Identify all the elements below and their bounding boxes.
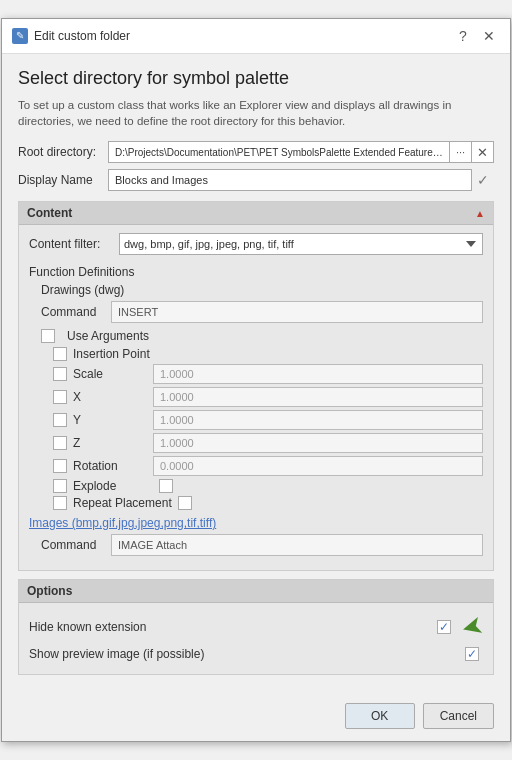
root-dir-label: Root directory: [18, 145, 108, 159]
root-dir-row: Root directory: ··· ✕ [18, 141, 494, 163]
repeat-placement-value-checkbox[interactable] [178, 496, 192, 510]
content-section-header: Content ▲ [19, 202, 493, 225]
hide-ext-check-mark: ✓ [439, 620, 449, 634]
display-name-label: Display Name [18, 173, 108, 187]
arg-row-y: Y [53, 410, 483, 430]
options-section-header: Options [19, 580, 493, 603]
rotation-input[interactable] [153, 456, 483, 476]
show-preview-label: Show preview image (if possible) [29, 647, 465, 661]
use-args-row: Use Arguments [41, 329, 483, 343]
rotation-label: Rotation [73, 459, 153, 473]
dialog-title: Edit custom folder [34, 29, 130, 43]
y-label: Y [73, 413, 153, 427]
insertion-point-label: Insertion Point [73, 347, 153, 361]
command-label: Command [41, 305, 111, 319]
scale-input[interactable] [153, 364, 483, 384]
title-bar: ✎ Edit custom folder ? ✕ [2, 19, 510, 54]
arg-row-explode: Explode [53, 479, 483, 493]
dialog-footer: OK Cancel [2, 695, 510, 741]
show-preview-row: Show preview image (if possible) ✓ [29, 647, 483, 661]
display-name-row: Display Name ✓ [18, 169, 494, 191]
content-section-body: Content filter: dwg, bmp, gif, jpg, jpeg… [19, 225, 493, 570]
green-arrow-icon: ➤ [457, 609, 486, 645]
root-dir-clear-button[interactable]: ✕ [472, 141, 494, 163]
command-row: Command [41, 301, 483, 323]
arg-row-insertion-point: Insertion Point [53, 347, 483, 361]
ok-button[interactable]: OK [345, 703, 415, 729]
filter-row: Content filter: dwg, bmp, gif, jpg, jpeg… [29, 233, 483, 255]
use-args-checkbox[interactable] [41, 329, 55, 343]
content-section-label: Content [27, 206, 72, 220]
dialog-body: Select directory for symbol palette To s… [2, 54, 510, 695]
explode-checkbox[interactable] [53, 479, 67, 493]
explode-value-checkbox[interactable] [159, 479, 173, 493]
x-input[interactable] [153, 387, 483, 407]
arg-row-x: X [53, 387, 483, 407]
images-command-label: Command [41, 538, 111, 552]
x-label: X [73, 390, 153, 404]
dialog-heading: Select directory for symbol palette [18, 68, 494, 89]
dialog-icon: ✎ [12, 28, 28, 44]
cancel-button[interactable]: Cancel [423, 703, 494, 729]
z-checkbox[interactable] [53, 436, 67, 450]
rotation-checkbox[interactable] [53, 459, 67, 473]
x-checkbox[interactable] [53, 390, 67, 404]
hide-ext-checkbox[interactable]: ✓ [437, 620, 451, 634]
insertion-point-checkbox[interactable] [53, 347, 67, 361]
content-section: Content ▲ Content filter: dwg, bmp, gif,… [18, 201, 494, 571]
args-table: Insertion Point Scale X [53, 347, 483, 510]
images-command-row: Command [41, 534, 483, 556]
filter-label: Content filter: [29, 237, 119, 251]
func-def-label: Function Definitions [29, 265, 483, 279]
dialog: ✎ Edit custom folder ? ✕ Select director… [1, 18, 511, 742]
scale-checkbox[interactable] [53, 367, 67, 381]
y-checkbox[interactable] [53, 413, 67, 427]
use-args-label: Use Arguments [67, 329, 149, 343]
dialog-description: To set up a custom class that works like… [18, 97, 494, 129]
root-dir-input[interactable] [108, 141, 450, 163]
repeat-placement-checkbox[interactable] [53, 496, 67, 510]
display-name-confirm-icon[interactable]: ✓ [472, 169, 494, 191]
show-preview-checkbox[interactable]: ✓ [465, 647, 479, 661]
close-button[interactable]: ✕ [478, 25, 500, 47]
content-section-arrow[interactable]: ▲ [475, 208, 485, 219]
images-command-input[interactable] [111, 534, 483, 556]
root-dir-browse-button[interactable]: ··· [450, 141, 472, 163]
drawings-label: Drawings (dwg) [41, 283, 483, 297]
display-name-input[interactable] [108, 169, 472, 191]
arg-row-scale: Scale [53, 364, 483, 384]
arg-row-rotation: Rotation [53, 456, 483, 476]
show-preview-check-mark: ✓ [467, 647, 477, 661]
help-button[interactable]: ? [452, 25, 474, 47]
images-label: Images (bmp,gif,jpg,jpeg,png,tif,tiff) [29, 516, 483, 530]
hide-ext-label: Hide known extension [29, 620, 437, 634]
command-input[interactable] [111, 301, 483, 323]
repeat-placement-label: Repeat Placement [73, 496, 172, 510]
z-label: Z [73, 436, 153, 450]
z-input[interactable] [153, 433, 483, 453]
explode-label: Explode [73, 479, 153, 493]
options-section: Options Hide known extension ✓ ➤ Show pr… [18, 579, 494, 675]
filter-select[interactable]: dwg, bmp, gif, jpg, jpeg, png, tif, tiff [119, 233, 483, 255]
hide-ext-row: Hide known extension ✓ ➤ [29, 611, 483, 642]
arg-row-z: Z [53, 433, 483, 453]
scale-label: Scale [73, 367, 153, 381]
y-input[interactable] [153, 410, 483, 430]
arg-row-repeat-placement: Repeat Placement [53, 496, 483, 510]
options-section-body: Hide known extension ✓ ➤ Show preview im… [19, 603, 493, 674]
